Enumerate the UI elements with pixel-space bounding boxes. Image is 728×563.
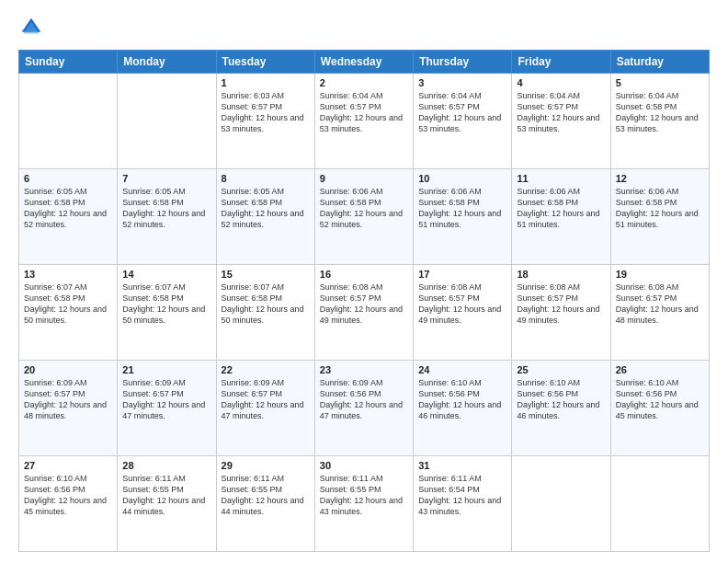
calendar-cell	[19, 74, 118, 169]
day-number: 18	[517, 269, 605, 280]
day-number: 29	[222, 460, 310, 471]
calendar-cell: 18Sunrise: 6:08 AMSunset: 6:57 PMDayligh…	[512, 265, 610, 361]
calendar-cell	[512, 456, 610, 552]
week-row-2: 6Sunrise: 6:05 AMSunset: 6:58 PMDaylight…	[19, 169, 710, 265]
day-number: 23	[320, 364, 408, 375]
day-number: 21	[122, 364, 210, 375]
day-number: 5	[616, 77, 704, 88]
week-row-4: 20Sunrise: 6:09 AMSunset: 6:57 PMDayligh…	[19, 361, 710, 456]
day-number: 30	[320, 460, 408, 471]
calendar-cell: 21Sunrise: 6:09 AMSunset: 6:57 PMDayligh…	[118, 361, 216, 456]
calendar-cell: 19Sunrise: 6:08 AMSunset: 6:57 PMDayligh…	[610, 265, 709, 361]
day-info: Sunrise: 6:10 AMSunset: 6:56 PMDaylight:…	[24, 473, 112, 518]
calendar-table: SundayMondayTuesdayWednesdayThursdayFrid…	[18, 50, 710, 552]
day-info: Sunrise: 6:03 AMSunset: 6:57 PMDaylight:…	[222, 90, 310, 135]
day-number: 25	[517, 364, 605, 375]
calendar-cell: 16Sunrise: 6:08 AMSunset: 6:57 PMDayligh…	[314, 265, 413, 361]
day-number: 27	[24, 460, 112, 471]
calendar-cell: 11Sunrise: 6:06 AMSunset: 6:58 PMDayligh…	[512, 169, 610, 265]
day-number: 8	[222, 173, 310, 184]
calendar-cell: 5Sunrise: 6:04 AMSunset: 6:58 PMDaylight…	[610, 74, 709, 169]
day-number: 26	[616, 364, 704, 375]
day-info: Sunrise: 6:07 AMSunset: 6:58 PMDaylight:…	[24, 282, 112, 327]
calendar-cell: 14Sunrise: 6:07 AMSunset: 6:58 PMDayligh…	[118, 265, 216, 361]
day-info: Sunrise: 6:11 AMSunset: 6:55 PMDaylight:…	[320, 473, 408, 518]
day-number: 11	[517, 173, 605, 184]
calendar-cell: 12Sunrise: 6:06 AMSunset: 6:58 PMDayligh…	[610, 169, 709, 265]
day-number: 3	[418, 77, 506, 88]
calendar-cell: 10Sunrise: 6:06 AMSunset: 6:58 PMDayligh…	[414, 169, 512, 265]
calendar-cell: 3Sunrise: 6:04 AMSunset: 6:57 PMDaylight…	[414, 74, 512, 169]
calendar-cell: 23Sunrise: 6:09 AMSunset: 6:56 PMDayligh…	[314, 361, 413, 456]
calendar-cell: 1Sunrise: 6:03 AMSunset: 6:57 PMDaylight…	[216, 74, 314, 169]
day-number: 14	[122, 269, 210, 280]
day-info: Sunrise: 6:06 AMSunset: 6:58 PMDaylight:…	[616, 186, 704, 231]
calendar-cell	[118, 74, 216, 169]
calendar-cell: 17Sunrise: 6:08 AMSunset: 6:57 PMDayligh…	[414, 265, 512, 361]
day-number: 2	[320, 77, 408, 88]
calendar-cell: 26Sunrise: 6:10 AMSunset: 6:56 PMDayligh…	[610, 361, 709, 456]
weekday-header-saturday: Saturday	[610, 51, 709, 74]
day-info: Sunrise: 6:08 AMSunset: 6:57 PMDaylight:…	[616, 282, 704, 327]
weekday-header-thursday: Thursday	[414, 51, 512, 74]
calendar-cell: 9Sunrise: 6:06 AMSunset: 6:58 PMDaylight…	[314, 169, 413, 265]
day-info: Sunrise: 6:05 AMSunset: 6:58 PMDaylight:…	[24, 186, 112, 231]
day-info: Sunrise: 6:06 AMSunset: 6:58 PMDaylight:…	[320, 186, 408, 231]
day-number: 12	[616, 173, 704, 184]
day-info: Sunrise: 6:11 AMSunset: 6:55 PMDaylight:…	[122, 473, 210, 518]
day-info: Sunrise: 6:10 AMSunset: 6:56 PMDaylight:…	[418, 377, 506, 422]
day-info: Sunrise: 6:05 AMSunset: 6:58 PMDaylight:…	[222, 186, 310, 231]
week-row-1: 1Sunrise: 6:03 AMSunset: 6:57 PMDaylight…	[19, 74, 710, 169]
calendar-cell: 22Sunrise: 6:09 AMSunset: 6:57 PMDayligh…	[216, 361, 314, 456]
calendar-cell: 27Sunrise: 6:10 AMSunset: 6:56 PMDayligh…	[19, 456, 118, 552]
calendar-cell: 20Sunrise: 6:09 AMSunset: 6:57 PMDayligh…	[19, 361, 118, 456]
logo-icon	[18, 15, 44, 40]
day-number: 19	[616, 269, 704, 280]
calendar-cell: 30Sunrise: 6:11 AMSunset: 6:55 PMDayligh…	[314, 456, 413, 552]
calendar-cell: 25Sunrise: 6:10 AMSunset: 6:56 PMDayligh…	[512, 361, 610, 456]
day-number: 16	[320, 269, 408, 280]
day-number: 7	[122, 173, 210, 184]
calendar-cell: 13Sunrise: 6:07 AMSunset: 6:58 PMDayligh…	[19, 265, 118, 361]
calendar-cell: 31Sunrise: 6:11 AMSunset: 6:54 PMDayligh…	[414, 456, 512, 552]
day-info: Sunrise: 6:08 AMSunset: 6:57 PMDaylight:…	[418, 282, 506, 327]
day-info: Sunrise: 6:07 AMSunset: 6:58 PMDaylight:…	[122, 282, 210, 327]
day-number: 1	[222, 77, 310, 88]
calendar-cell: 28Sunrise: 6:11 AMSunset: 6:55 PMDayligh…	[118, 456, 216, 552]
weekday-header-monday: Monday	[118, 51, 216, 74]
day-info: Sunrise: 6:09 AMSunset: 6:57 PMDaylight:…	[24, 377, 112, 422]
day-info: Sunrise: 6:04 AMSunset: 6:58 PMDaylight:…	[616, 90, 704, 135]
day-info: Sunrise: 6:10 AMSunset: 6:56 PMDaylight:…	[517, 377, 605, 422]
day-info: Sunrise: 6:09 AMSunset: 6:57 PMDaylight:…	[222, 377, 310, 422]
logo	[18, 15, 48, 40]
day-number: 6	[24, 173, 112, 184]
weekday-header-sunday: Sunday	[19, 51, 118, 74]
day-info: Sunrise: 6:04 AMSunset: 6:57 PMDaylight:…	[418, 90, 506, 135]
weekday-header-friday: Friday	[512, 51, 610, 74]
day-number: 10	[418, 173, 506, 184]
day-info: Sunrise: 6:06 AMSunset: 6:58 PMDaylight:…	[517, 186, 605, 231]
day-number: 24	[418, 364, 506, 375]
calendar-cell: 4Sunrise: 6:04 AMSunset: 6:57 PMDaylight…	[512, 74, 610, 169]
day-info: Sunrise: 6:05 AMSunset: 6:58 PMDaylight:…	[122, 186, 210, 231]
calendar-cell: 29Sunrise: 6:11 AMSunset: 6:55 PMDayligh…	[216, 456, 314, 552]
day-info: Sunrise: 6:11 AMSunset: 6:54 PMDaylight:…	[418, 473, 506, 518]
day-info: Sunrise: 6:04 AMSunset: 6:57 PMDaylight:…	[517, 90, 605, 135]
weekday-header-row: SundayMondayTuesdayWednesdayThursdayFrid…	[19, 51, 710, 74]
page: SundayMondayTuesdayWednesdayThursdayFrid…	[0, 0, 728, 563]
calendar-cell: 6Sunrise: 6:05 AMSunset: 6:58 PMDaylight…	[19, 169, 118, 265]
day-number: 4	[517, 77, 605, 88]
day-info: Sunrise: 6:10 AMSunset: 6:56 PMDaylight:…	[616, 377, 704, 422]
day-info: Sunrise: 6:09 AMSunset: 6:56 PMDaylight:…	[320, 377, 408, 422]
day-info: Sunrise: 6:08 AMSunset: 6:57 PMDaylight:…	[320, 282, 408, 327]
weekday-header-tuesday: Tuesday	[216, 51, 314, 74]
weekday-header-wednesday: Wednesday	[314, 51, 413, 74]
calendar-cell: 24Sunrise: 6:10 AMSunset: 6:56 PMDayligh…	[414, 361, 512, 456]
calendar-cell: 7Sunrise: 6:05 AMSunset: 6:58 PMDaylight…	[118, 169, 216, 265]
calendar-cell: 8Sunrise: 6:05 AMSunset: 6:58 PMDaylight…	[216, 169, 314, 265]
day-info: Sunrise: 6:09 AMSunset: 6:57 PMDaylight:…	[122, 377, 210, 422]
calendar-cell	[610, 456, 709, 552]
week-row-5: 27Sunrise: 6:10 AMSunset: 6:56 PMDayligh…	[19, 456, 710, 552]
day-info: Sunrise: 6:04 AMSunset: 6:57 PMDaylight:…	[320, 90, 408, 135]
day-number: 9	[320, 173, 408, 184]
